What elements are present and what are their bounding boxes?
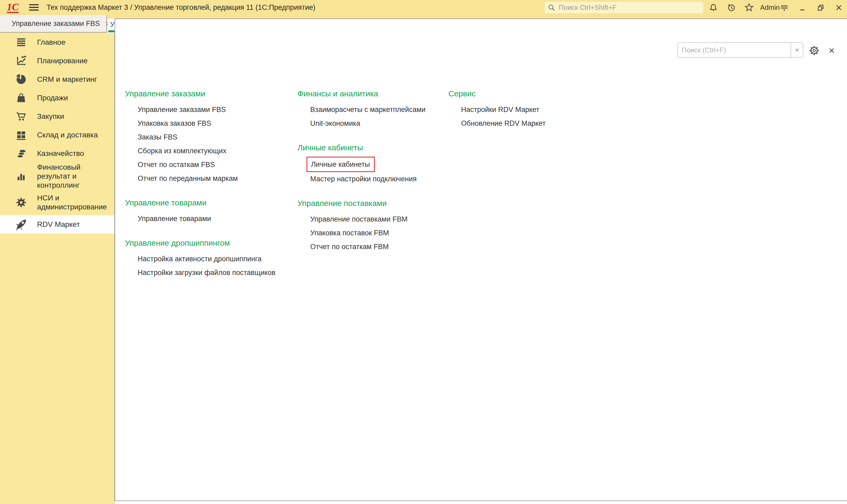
menu-settings-button[interactable] bbox=[808, 44, 820, 57]
sidebar-item-label: Финансовый результат и контроллинг bbox=[37, 163, 114, 190]
burger-line bbox=[29, 10, 39, 11]
menu-item[interactable]: Отчет по остаткам FBM bbox=[298, 240, 448, 254]
app-window: 1С Тех поддержка Маркет 3 / Управление т… bbox=[0, 0, 847, 504]
menu-item[interactable]: Заказы FBS bbox=[125, 130, 298, 144]
planning-icon bbox=[15, 55, 27, 67]
service-menu-button[interactable] bbox=[778, 2, 790, 13]
menu-item[interactable]: Настройки загрузки файлов поставщиков bbox=[125, 266, 298, 280]
main-menu-button[interactable] bbox=[29, 3, 39, 12]
menu-item-lichnye-kabinety-highlighted[interactable]: Личные кабинеты bbox=[307, 157, 375, 172]
cart-icon bbox=[15, 111, 27, 122]
burger-line bbox=[29, 7, 39, 8]
1c-logo: 1С bbox=[7, 2, 25, 13]
menu-item[interactable]: Сборка из комплектующих bbox=[125, 144, 298, 158]
section-title: Личные кабинеты bbox=[298, 141, 448, 155]
menu-column-1: Управление заказами Управление заказами … bbox=[125, 87, 298, 290]
sidebar-item-zakupki[interactable]: Закупки bbox=[0, 107, 114, 126]
restore-icon bbox=[816, 3, 825, 12]
main-menu-icon bbox=[15, 37, 27, 48]
sidebar-item-kaznacheystvo[interactable]: Казначейство bbox=[0, 144, 114, 163]
sidebar: Главное Планирование bbox=[0, 33, 114, 504]
rocket-icon bbox=[15, 219, 27, 230]
sidebar-item-label: Планирование bbox=[37, 56, 88, 66]
menu-item[interactable]: Обновление RDV Маркет bbox=[448, 116, 581, 130]
menu-close-button[interactable]: ✕ bbox=[826, 45, 837, 56]
sidebar-item-label: Казначейство bbox=[37, 149, 84, 158]
menu-section-dropshipping: Управление дропшиппингом Настройка актив… bbox=[125, 236, 298, 280]
global-search-input[interactable] bbox=[558, 3, 700, 12]
burger-line bbox=[29, 4, 39, 5]
sidebar-item-rdv-market[interactable]: RDV Маркет bbox=[0, 215, 114, 234]
menu-section-cabinets: Личные кабинеты Личные кабинеты Мастер н… bbox=[298, 141, 448, 186]
section-title: Финансы и аналитика bbox=[298, 87, 448, 101]
menu-item[interactable]: Настройки RDV Маркет bbox=[448, 103, 581, 116]
sidebar-item-label: НСИ и администрирование bbox=[37, 194, 114, 212]
minimize-icon bbox=[798, 3, 807, 12]
user-menu[interactable]: Admin bbox=[760, 0, 780, 15]
sidebar-item-glavnoe[interactable]: Главное bbox=[0, 33, 114, 52]
notifications-button[interactable] bbox=[707, 2, 719, 13]
menu-section-orders: Управление заказами Управление заказами … bbox=[125, 87, 298, 185]
menu-item[interactable]: Упаковка заказов FBS bbox=[125, 116, 298, 130]
history-icon bbox=[727, 3, 736, 12]
coins-icon bbox=[15, 148, 27, 159]
window-title: Тех поддержка Маркет 3 / Управление торг… bbox=[47, 0, 316, 15]
history-button[interactable] bbox=[725, 2, 737, 13]
bar-chart-icon bbox=[15, 170, 27, 182]
section-title: Управление поставками bbox=[298, 196, 448, 210]
menu-item[interactable]: Отчет по переданным маркам bbox=[125, 172, 298, 185]
menu-column-3: Сервис Настройки RDV Маркет Обновление R… bbox=[448, 87, 581, 290]
menu-section-supplies: Управление поставками Управление поставк… bbox=[298, 196, 448, 254]
title-bar: 1С Тех поддержка Маркет 3 / Управление т… bbox=[0, 0, 847, 16]
user-name: Admin bbox=[760, 3, 780, 12]
sidebar-item-sklad[interactable]: Склад и доставка bbox=[0, 126, 114, 144]
restore-button[interactable] bbox=[815, 2, 827, 13]
sidebar-item-prodazhi[interactable]: Продажи bbox=[0, 89, 114, 107]
service-menu-icon bbox=[779, 3, 789, 13]
menu-search[interactable]: × bbox=[677, 42, 803, 58]
section-title: Сервис bbox=[448, 87, 581, 101]
sidebar-item-crm[interactable]: CRM и маркетинг bbox=[0, 70, 114, 89]
menu-columns: Управление заказами Управление заказами … bbox=[125, 87, 581, 290]
sidebar-item-label: Продажи bbox=[37, 93, 68, 103]
section-title: Управление заказами bbox=[125, 87, 298, 101]
pie-chart-icon bbox=[15, 74, 27, 85]
menu-search-input[interactable] bbox=[678, 43, 790, 57]
sidebar-item-label: Склад и доставка bbox=[37, 130, 98, 140]
tab-label: У bbox=[110, 21, 114, 29]
global-search[interactable] bbox=[544, 2, 703, 13]
menu-item[interactable]: Упаковка поставок FBM bbox=[298, 226, 448, 240]
minimize-button[interactable] bbox=[796, 2, 808, 13]
menu-section-service: Сервис Настройки RDV Маркет Обновление R… bbox=[448, 87, 581, 130]
close-window-button[interactable] bbox=[833, 2, 845, 13]
clear-search-button[interactable]: × bbox=[791, 43, 803, 57]
highlight-wrap: Личные кабинеты bbox=[298, 157, 448, 172]
menu-item[interactable]: Управление заказами FBS bbox=[125, 103, 298, 116]
close-icon bbox=[834, 3, 843, 12]
menu-item[interactable]: Отчет по остаткам FBS bbox=[125, 158, 298, 172]
menu-item[interactable]: Управление товарами bbox=[125, 212, 298, 226]
sidebar-item-planirovanie[interactable]: Планирование bbox=[0, 52, 114, 70]
menu-section-goods: Управление товарами Управление товарами bbox=[125, 196, 298, 226]
sidebar-item-nsi[interactable]: НСИ и администрирование bbox=[0, 190, 114, 215]
menu-item[interactable]: Unit-экономика bbox=[298, 116, 448, 130]
menu-column-2: Финансы и аналитика Взаиморасчеты с марк… bbox=[298, 87, 448, 290]
star-icon bbox=[744, 3, 754, 13]
sidebar-item-label: Главное bbox=[37, 38, 66, 47]
sidebar-item-label: Закупки bbox=[37, 112, 64, 121]
gear-icon bbox=[15, 197, 27, 208]
sidebar-item-label: RDV Маркет bbox=[37, 220, 80, 229]
menu-section-finance: Финансы и аналитика Взаиморасчеты с марк… bbox=[298, 87, 448, 130]
menu-item[interactable]: Настройка активности дропшиппинга bbox=[125, 252, 298, 266]
menu-item[interactable]: Взаиморасчеты с маркетплейсами bbox=[298, 103, 448, 116]
tab-orders-fbs[interactable]: Управление заказами FBS × bbox=[0, 15, 107, 33]
warehouse-icon bbox=[15, 129, 27, 141]
sidebar-item-label: CRM и маркетинг bbox=[37, 75, 97, 84]
bell-icon bbox=[709, 3, 718, 12]
section-menu-panel: × ✕ bbox=[114, 19, 847, 501]
favorites-button[interactable] bbox=[743, 2, 755, 13]
menu-item[interactable]: Управление поставками FBM bbox=[298, 212, 448, 226]
tab-label: Управление заказами FBS bbox=[12, 20, 100, 28]
sidebar-item-finrezultat[interactable]: Финансовый результат и контроллинг bbox=[0, 163, 114, 190]
menu-item[interactable]: Мастер настройки подключения bbox=[298, 172, 448, 186]
